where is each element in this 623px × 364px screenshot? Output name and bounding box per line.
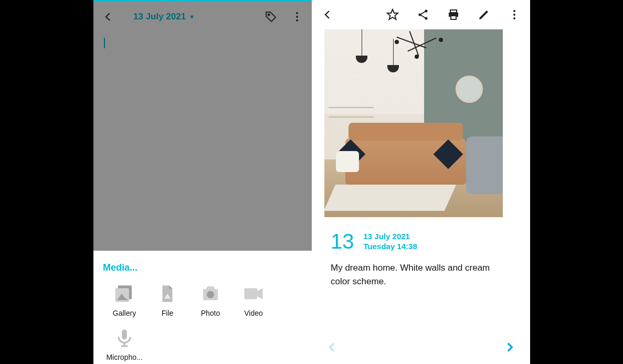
svg-point-25 [513,17,515,19]
star-icon[interactable] [386,8,399,21]
media-sheet: Media... Gallery File [93,251,312,364]
prev-entry-icon[interactable] [325,340,339,358]
svg-point-8 [207,291,214,298]
media-option-label: Gallery [113,309,136,317]
letterbox-right [530,0,623,364]
sheet-title: Media... [103,262,312,273]
svg-rect-20 [450,10,457,13]
media-option-label: Photo [201,309,220,317]
svg-marker-10 [257,288,263,299]
svg-rect-9 [245,288,258,299]
media-option-label: File [162,309,174,317]
svg-rect-22 [451,16,456,19]
svg-line-18 [421,12,425,14]
entry-day-time: Tuesday 14:38 [364,242,417,251]
media-option-label: Micropho... [106,353,142,361]
entry-meta: 13 13 July 2021 Tuesday 14:38 [312,217,530,256]
camera-icon [199,283,221,305]
microphone-icon [113,327,135,349]
media-option-video[interactable]: Video [232,283,275,317]
media-option-file[interactable]: File [146,283,189,317]
phone-right: 13 13 July 2021 Tuesday 14:38 My dream h… [312,0,530,364]
edit-icon[interactable] [478,8,490,21]
media-option-label: Video [244,309,263,317]
file-icon [156,283,178,305]
media-option-microphone[interactable]: Micropho... [103,327,146,361]
gallery-icon [113,283,135,305]
modal-overlay[interactable] [93,2,312,251]
media-option-gallery[interactable]: Gallery [103,283,146,317]
entry-nav [312,340,530,358]
print-icon[interactable] [447,8,460,21]
letterbox-left [0,0,93,364]
svg-rect-11 [122,329,127,339]
svg-point-24 [513,14,515,16]
back-icon[interactable] [321,8,334,21]
phone-left: 13 July 2021 ▼ Media... [93,0,312,364]
more-icon[interactable] [508,8,521,21]
svg-marker-14 [387,9,398,19]
entry-date: 13 July 2021 [364,232,417,241]
day-number: 13 [331,231,354,252]
entry-body: My dream home. White walls and cream col… [312,256,530,293]
media-option-photo[interactable]: Photo [189,283,232,317]
entry-photo[interactable] [324,29,503,217]
next-entry-icon[interactable] [503,340,516,358]
svg-point-23 [513,10,515,12]
svg-line-19 [421,15,425,18]
entry-toolbar [312,0,530,29]
video-icon [242,283,265,305]
share-icon[interactable] [417,8,429,21]
